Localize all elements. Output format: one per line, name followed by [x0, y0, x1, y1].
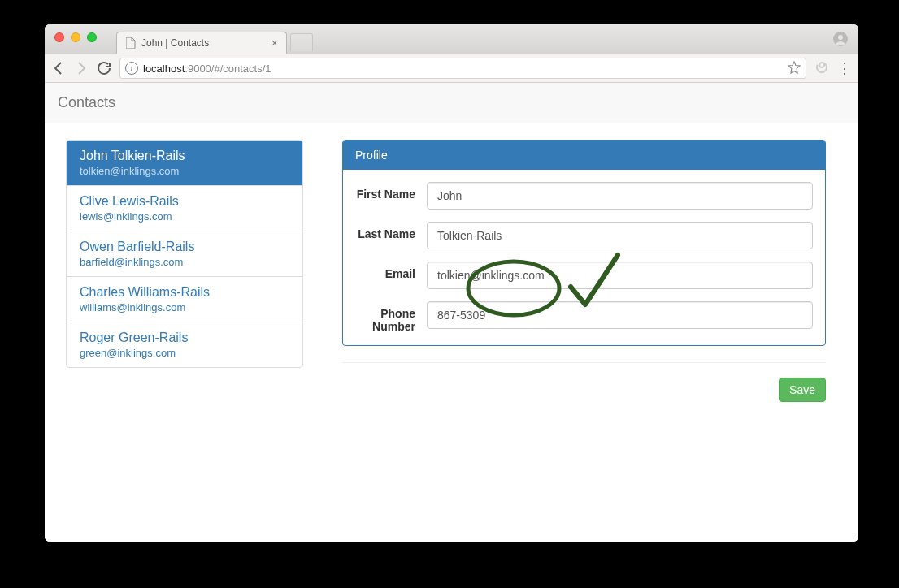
tab-close-icon[interactable]: × [271, 37, 278, 49]
browser-toolbar: i localhost:9000/#/contacts/1 ⋮ [45, 54, 858, 83]
window-minimize-button[interactable] [71, 32, 80, 42]
profile-panel: Profile First Name Last Name Email [342, 140, 826, 346]
contact-email: green@inklings.com [80, 347, 289, 359]
contact-list-item[interactable]: Roger Green-Railsgreen@inklings.com [67, 322, 302, 367]
email-input[interactable] [427, 262, 813, 289]
contact-name: Charles Williams-Rails [80, 285, 289, 300]
titlebar: John | Contacts × [45, 24, 858, 54]
brand-title: Contacts [58, 94, 115, 111]
contact-email: barfield@inklings.com [80, 256, 289, 268]
page-content: Contacts John Tolkien-Railstolkien@inkli… [45, 83, 858, 542]
reload-button[interactable] [97, 61, 111, 76]
back-button[interactable] [51, 61, 66, 76]
phone-input[interactable] [427, 301, 813, 329]
last-name-label: Last Name [355, 222, 427, 240]
contact-email: lewis@inklings.com [80, 210, 289, 223]
contact-list: John Tolkien-Railstolkien@inklings.comCl… [66, 140, 303, 368]
contact-list-item[interactable]: Owen Barfield-Railsbarfield@inklings.com [67, 231, 302, 277]
contact-name: Roger Green-Rails [80, 331, 289, 345]
menu-button[interactable]: ⋮ [837, 59, 852, 77]
browser-tab[interactable]: John | Contacts × [116, 32, 287, 54]
site-info-icon[interactable]: i [125, 62, 138, 75]
contact-list-item[interactable]: Clive Lewis-Railslewis@inklings.com [67, 186, 302, 231]
profile-avatar-icon[interactable] [832, 31, 849, 50]
panel-heading: Profile [343, 141, 825, 170]
svg-point-1 [838, 35, 843, 40]
contact-list-item[interactable]: John Tolkien-Railstolkien@inklings.com [67, 141, 302, 186]
contact-email: williams@inklings.com [80, 301, 289, 313]
bookmark-star-icon[interactable] [788, 61, 801, 76]
tab-title: John | Contacts [141, 37, 209, 49]
contact-list-item[interactable]: Charles Williams-Railswilliams@inklings.… [67, 277, 302, 322]
contact-name: John Tolkien-Rails [80, 149, 289, 163]
window-controls [54, 32, 97, 42]
url-text: localhost:9000/#/contacts/1 [143, 63, 271, 75]
forward-button[interactable] [74, 61, 89, 76]
contact-name: Owen Barfield-Rails [80, 240, 289, 254]
first-name-label: First Name [355, 182, 427, 201]
address-bar[interactable]: i localhost:9000/#/contacts/1 [119, 58, 806, 79]
contact-name: Clive Lewis-Rails [80, 194, 289, 209]
contact-email: tolkien@inklings.com [80, 165, 289, 177]
file-icon [125, 37, 137, 49]
app-navbar: Contacts [45, 83, 858, 123]
browser-window: John | Contacts × i localhost:9000/#/con… [45, 24, 858, 542]
save-button[interactable]: Save [779, 378, 826, 402]
window-close-button[interactable] [54, 32, 64, 42]
first-name-input[interactable] [427, 182, 813, 210]
divider [342, 362, 826, 363]
phone-label: Phone Number [355, 301, 427, 333]
email-label: Email [355, 262, 427, 280]
last-name-input[interactable] [427, 222, 813, 249]
extension-icon[interactable] [814, 60, 829, 77]
new-tab-button[interactable] [290, 33, 313, 51]
window-maximize-button[interactable] [87, 32, 97, 42]
